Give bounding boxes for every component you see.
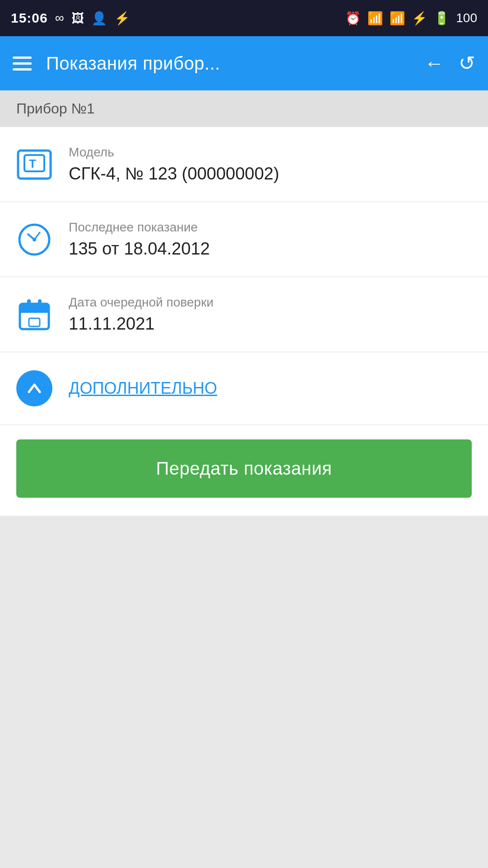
bottom-area <box>0 516 488 810</box>
next-check-value: 11.11.2021 <box>69 314 472 334</box>
model-row: T Модель СГК-4, № 123 (000000002) <box>0 127 488 202</box>
image-icon: 🖼 <box>71 11 84 26</box>
meter-device-icon: T <box>16 146 52 183</box>
last-reading-value: 135 от 18.04.2012 <box>69 239 472 259</box>
signal-icon-1: 📶 <box>367 11 383 26</box>
svg-rect-10 <box>27 299 31 307</box>
back-button[interactable]: ← <box>424 53 444 73</box>
infinity-icon: ∞ <box>55 11 64 25</box>
model-label: Модель <box>69 145 472 160</box>
additional-link[interactable]: ДОПОЛНИТЕЛЬНО <box>69 379 217 398</box>
battery-level: 100 <box>456 11 477 25</box>
charging-icon: ⚡ <box>412 11 427 26</box>
section-header: Прибор №1 <box>0 90 488 127</box>
page-title: Показания прибор... <box>46 53 410 74</box>
calendar-icon <box>16 297 52 333</box>
app-bar: Показания прибор... ← ↺ <box>0 36 488 90</box>
next-check-label: Дата очередной поверки <box>69 295 472 310</box>
svg-rect-9 <box>20 310 49 313</box>
last-reading-text: Последнее показание 135 от 18.04.2012 <box>69 220 472 259</box>
battery-icon: 🔋 <box>434 11 450 26</box>
next-check-text: Дата очередной поверки 11.11.2021 <box>69 295 472 334</box>
svg-point-6 <box>33 238 36 241</box>
last-reading-label: Последнее показание <box>69 220 472 235</box>
model-text: Модель СГК-4, № 123 (000000002) <box>69 145 472 184</box>
svg-rect-11 <box>38 299 42 307</box>
model-value: СГК-4, № 123 (000000002) <box>69 164 472 184</box>
status-right: ⏰ 📶 📶 ⚡ 🔋 100 <box>345 11 477 26</box>
usb-icon: ⚡ <box>114 11 130 26</box>
additional-row[interactable]: ДОПОЛНИТЕЛЬНО <box>0 352 488 425</box>
clock-icon <box>16 222 52 258</box>
status-left: 15:06 ∞ 🖼 👤 ⚡ <box>11 10 130 26</box>
status-bar: 15:06 ∞ 🖼 👤 ⚡ ⏰ 📶 📶 ⚡ 🔋 100 <box>0 0 488 36</box>
last-reading-row: Последнее показание 135 от 18.04.2012 <box>0 202 488 277</box>
menu-button[interactable] <box>13 57 32 71</box>
chevron-up-button[interactable] <box>16 370 52 406</box>
status-time: 15:06 <box>11 10 48 26</box>
submit-button[interactable]: Передать показания <box>16 439 472 498</box>
signal-icon-2: 📶 <box>389 11 405 26</box>
svg-text:T: T <box>29 157 36 170</box>
person-icon: 👤 <box>91 11 107 26</box>
content-area: T Модель СГК-4, № 123 (000000002) Послед… <box>0 127 488 516</box>
next-check-row: Дата очередной поверки 11.11.2021 <box>0 277 488 352</box>
svg-rect-12 <box>29 318 40 326</box>
alarm-icon: ⏰ <box>345 11 361 26</box>
submit-section: Передать показания <box>0 425 488 516</box>
refresh-button[interactable]: ↺ <box>459 53 475 73</box>
